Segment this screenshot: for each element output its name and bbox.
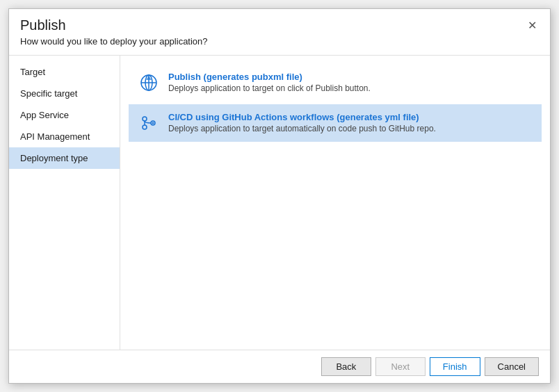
option-cicd-github[interactable]: CI/CD using GitHub Actions workflows (ge… [129, 104, 542, 142]
svg-point-9 [152, 122, 154, 124]
dialog-subtitle: How would you like to deploy your applic… [9, 36, 550, 55]
title-bar: Publish ✕ [9, 9, 550, 36]
finish-button[interactable]: Finish [430, 357, 480, 376]
svg-point-5 [143, 117, 147, 121]
publish-icon [138, 72, 160, 94]
sidebar-item-api-management[interactable]: API Management [9, 126, 120, 147]
main-content: Publish (generates pubxml file) Deploys … [120, 56, 550, 350]
option-publish-text: Publish (generates pubxml file) Deploys … [168, 72, 533, 93]
option-cicd-desc: Deploys application to target automatica… [168, 124, 533, 133]
option-publish-desc: Deploys application to target on click o… [168, 83, 533, 93]
next-button[interactable]: Next [375, 357, 426, 376]
back-button[interactable]: Back [321, 357, 371, 376]
sidebar-item-specific-target[interactable]: Specific target [9, 83, 120, 104]
sidebar-item-app-service[interactable]: App Service [9, 104, 120, 126]
option-publish-pubxml[interactable]: Publish (generates pubxml file) Deploys … [129, 64, 542, 101]
option-publish-title: Publish (generates pubxml file) [168, 72, 533, 82]
close-button[interactable]: ✕ [525, 19, 539, 33]
sidebar-item-deployment-type[interactable]: Deployment type [9, 147, 120, 169]
cancel-button[interactable]: Cancel [485, 357, 539, 376]
dialog-title: Publish [20, 17, 66, 33]
footer: Back Next Finish Cancel [9, 350, 550, 383]
sidebar: Target Specific target App Service API M… [9, 56, 120, 350]
publish-dialog: Publish ✕ How would you like to deploy y… [8, 8, 551, 384]
sidebar-item-target[interactable]: Target [9, 61, 120, 83]
dialog-body: Target Specific target App Service API M… [9, 55, 550, 350]
option-cicd-title: CI/CD using GitHub Actions workflows (ge… [168, 112, 533, 122]
cicd-icon [138, 112, 160, 134]
svg-point-7 [143, 125, 147, 129]
option-cicd-text: CI/CD using GitHub Actions workflows (ge… [168, 112, 533, 133]
